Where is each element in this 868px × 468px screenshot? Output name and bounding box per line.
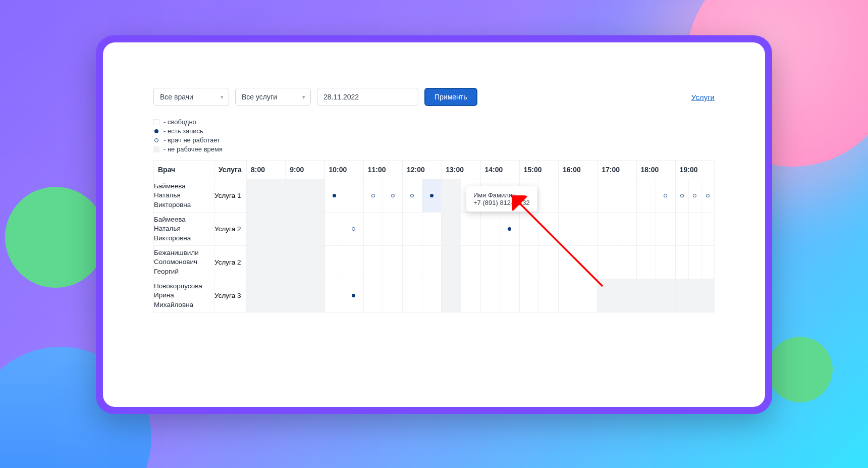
time-slot[interactable] xyxy=(325,213,345,245)
hour-cell[interactable] xyxy=(559,179,598,213)
time-slot[interactable] xyxy=(500,213,519,245)
time-slot[interactable] xyxy=(689,213,702,245)
hour-cell[interactable] xyxy=(247,213,286,246)
time-slot[interactable] xyxy=(442,279,461,312)
time-slot[interactable] xyxy=(461,279,480,312)
services-link[interactable]: Услуги xyxy=(691,93,715,101)
hour-cell[interactable] xyxy=(247,279,286,313)
hour-cell[interactable] xyxy=(480,279,519,313)
time-slot[interactable] xyxy=(461,213,480,245)
hour-cell[interactable] xyxy=(598,179,636,213)
hour-cell[interactable] xyxy=(598,246,636,279)
hour-cell[interactable] xyxy=(519,246,558,279)
hour-cell[interactable] xyxy=(247,246,286,279)
hour-cell[interactable] xyxy=(324,279,363,313)
hour-cell[interactable] xyxy=(519,213,558,246)
hour-cell[interactable] xyxy=(363,213,402,246)
hour-cell[interactable] xyxy=(598,213,636,246)
doctor-select[interactable]: Все врачи ▾ xyxy=(153,88,229,106)
hour-cell[interactable] xyxy=(403,213,442,246)
time-slot[interactable] xyxy=(325,179,345,212)
time-slot[interactable] xyxy=(676,213,689,245)
time-slot[interactable] xyxy=(403,179,422,212)
time-slot[interactable] xyxy=(344,213,363,245)
hour-cell[interactable] xyxy=(598,279,636,313)
hour-cell[interactable] xyxy=(480,246,519,279)
time-slot[interactable] xyxy=(364,279,384,312)
time-slot[interactable] xyxy=(344,279,363,312)
time-slot[interactable] xyxy=(344,246,363,279)
time-slot[interactable] xyxy=(676,246,689,279)
hour-cell[interactable] xyxy=(324,246,363,279)
service-select[interactable]: Все услуги ▾ xyxy=(235,88,311,106)
time-slot[interactable] xyxy=(422,213,442,245)
time-slot[interactable] xyxy=(442,213,461,245)
time-slot[interactable] xyxy=(325,246,345,279)
hour-cell[interactable] xyxy=(675,213,714,246)
time-slot[interactable] xyxy=(676,179,689,212)
time-slot[interactable] xyxy=(422,279,442,312)
time-slot[interactable] xyxy=(481,279,501,312)
time-slot[interactable] xyxy=(578,179,598,212)
time-slot[interactable] xyxy=(701,213,714,245)
hour-cell[interactable] xyxy=(324,179,363,213)
hour-cell[interactable] xyxy=(403,179,442,213)
time-slot[interactable] xyxy=(617,213,636,245)
time-slot[interactable] xyxy=(617,246,636,279)
time-slot[interactable] xyxy=(520,246,539,279)
time-slot[interactable] xyxy=(539,179,558,212)
time-slot[interactable] xyxy=(520,213,539,245)
time-slot[interactable] xyxy=(559,279,578,312)
hour-cell[interactable] xyxy=(286,179,324,213)
time-slot[interactable] xyxy=(422,179,442,212)
time-slot[interactable] xyxy=(325,279,345,312)
time-slot[interactable] xyxy=(481,246,501,279)
hour-cell[interactable] xyxy=(403,279,442,313)
time-slot[interactable] xyxy=(403,213,422,245)
time-slot[interactable] xyxy=(637,213,657,245)
hour-cell[interactable] xyxy=(286,246,324,279)
time-slot[interactable] xyxy=(500,279,519,312)
time-slot[interactable] xyxy=(364,246,384,279)
hour-cell[interactable] xyxy=(480,213,519,246)
hour-cell[interactable] xyxy=(442,213,480,246)
hour-cell[interactable] xyxy=(363,179,402,213)
time-slot[interactable] xyxy=(578,213,598,245)
time-slot[interactable] xyxy=(383,213,402,245)
time-slot[interactable] xyxy=(656,213,675,245)
time-slot[interactable] xyxy=(559,246,578,279)
time-slot[interactable] xyxy=(364,213,384,245)
apply-button[interactable]: Применть xyxy=(424,88,477,106)
time-slot[interactable] xyxy=(422,246,442,279)
time-slot[interactable] xyxy=(481,213,501,245)
time-slot[interactable] xyxy=(617,179,636,212)
time-slot[interactable] xyxy=(442,179,461,212)
time-slot[interactable] xyxy=(598,246,617,279)
time-slot[interactable] xyxy=(689,246,702,279)
hour-cell[interactable] xyxy=(403,246,442,279)
time-slot[interactable] xyxy=(344,179,363,212)
time-slot[interactable] xyxy=(461,246,480,279)
time-slot[interactable] xyxy=(539,279,558,312)
time-slot[interactable] xyxy=(520,279,539,312)
hour-cell[interactable] xyxy=(442,279,480,313)
time-slot[interactable] xyxy=(689,179,702,212)
hour-cell[interactable] xyxy=(442,246,480,279)
hour-cell[interactable] xyxy=(636,246,675,279)
time-slot[interactable] xyxy=(403,246,422,279)
hour-cell[interactable] xyxy=(559,279,598,313)
time-slot[interactable] xyxy=(383,279,402,312)
time-slot[interactable] xyxy=(559,213,578,245)
hour-cell[interactable] xyxy=(363,279,402,313)
hour-cell[interactable] xyxy=(636,213,675,246)
time-slot[interactable] xyxy=(578,279,598,312)
time-slot[interactable] xyxy=(442,246,461,279)
time-slot[interactable] xyxy=(383,179,402,212)
time-slot[interactable] xyxy=(578,246,598,279)
hour-cell[interactable] xyxy=(286,279,324,313)
time-slot[interactable] xyxy=(701,179,714,212)
hour-cell[interactable] xyxy=(675,179,714,213)
time-slot[interactable] xyxy=(383,246,402,279)
time-slot[interactable] xyxy=(598,213,617,245)
time-slot[interactable] xyxy=(637,246,657,279)
